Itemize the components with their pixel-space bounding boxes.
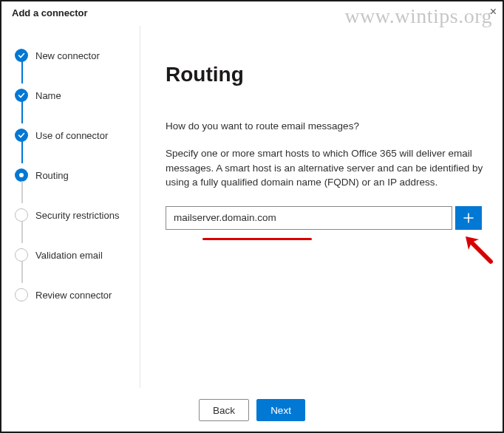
step-label: Routing (35, 170, 69, 181)
dialog-body: New connector Name Use of connector (1, 26, 503, 388)
step-label: Review connector (35, 290, 112, 301)
step-security-restrictions[interactable]: Security restrictions (15, 206, 131, 224)
step-label: Name (35, 90, 61, 101)
routing-description: Specify one or more smart hosts to which… (166, 146, 483, 190)
current-step-icon (15, 168, 28, 182)
step-validation-email[interactable]: Validation email (15, 246, 131, 264)
step-review-connector[interactable]: Review connector (15, 286, 131, 304)
step-label: Validation email (35, 250, 103, 261)
annotation-underline (202, 238, 312, 240)
main-panel: Routing How do you want to route email m… (140, 26, 503, 388)
back-button[interactable]: Back (199, 399, 249, 421)
add-host-button[interactable] (455, 206, 482, 230)
next-button[interactable]: Next (256, 399, 305, 421)
close-icon[interactable]: × (490, 6, 497, 18)
page-heading: Routing (166, 63, 485, 86)
plus-icon (463, 213, 474, 223)
pending-step-icon (15, 288, 28, 301)
step-new-connector[interactable]: New connector (15, 47, 131, 64)
smart-host-input[interactable] (166, 206, 452, 230)
pending-step-icon (15, 208, 28, 222)
dialog-window: Add a connector × www.wintips.org New co… (0, 0, 504, 433)
step-routing[interactable]: Routing (15, 166, 131, 184)
step-use-of-connector[interactable]: Use of connector (15, 126, 131, 144)
dialog-title: Add a connector (1, 1, 503, 26)
checkmark-icon (15, 49, 28, 62)
step-label: New connector (35, 50, 100, 61)
step-name[interactable]: Name (15, 86, 131, 104)
pending-step-icon (15, 248, 28, 262)
checkmark-icon (15, 89, 28, 102)
step-label: Use of connector (35, 130, 108, 141)
checkmark-icon (15, 129, 28, 142)
routing-question: How do you want to route email messages? (166, 120, 485, 132)
wizard-sidebar: New connector Name Use of connector (1, 26, 140, 388)
step-label: Security restrictions (35, 210, 119, 221)
dialog-footer: Back Next (1, 399, 503, 421)
smart-host-input-row (166, 206, 482, 230)
